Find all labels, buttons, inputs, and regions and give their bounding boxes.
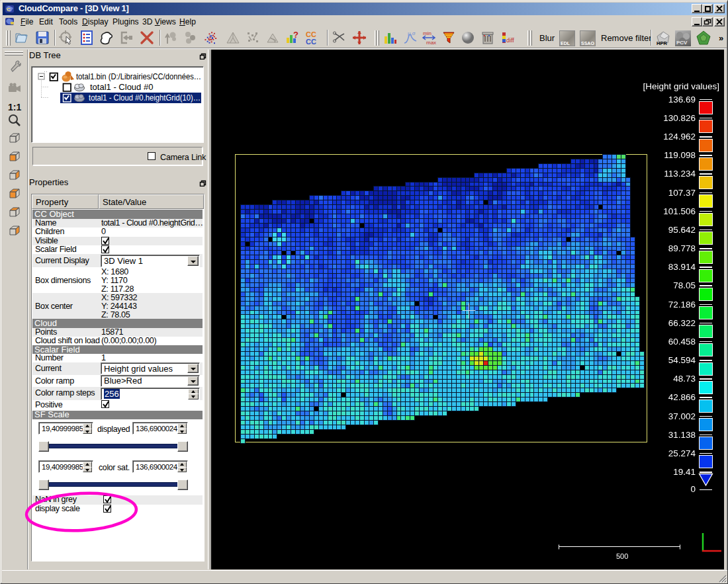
svg-text:total1.bin (D:/Librairies/CC/d: total1.bin (D:/Librairies/CC/données… (76, 71, 201, 81)
svg-text:C: C (7, 7, 11, 13)
svg-text:500: 500 (616, 552, 628, 560)
svg-text:total1 - Cloud #0: total1 - Cloud #0 (90, 82, 153, 92)
svg-text:1:1: 1:1 (8, 102, 21, 112)
svg-text:HPR: HPR (657, 40, 667, 46)
svg-text:min: min (423, 30, 432, 36)
svg-text:CC: CC (306, 38, 316, 46)
svg-text:max: max (426, 40, 436, 46)
svg-text:diff: diff (506, 37, 514, 44)
svg-text:PCV: PCV (676, 40, 688, 46)
svg-text:total1 - Cloud #0.heightGrid(1: total1 - Cloud #0.heightGrid(10)… (89, 93, 201, 103)
svg-text:?: ? (293, 30, 298, 40)
